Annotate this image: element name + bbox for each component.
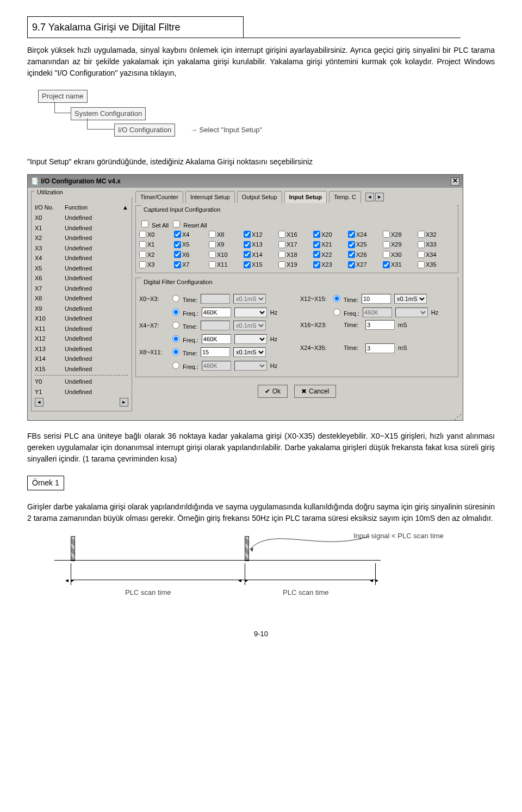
list-item[interactable]: Y0Undefined xyxy=(33,377,130,387)
cb-x5[interactable]: X5 xyxy=(174,240,208,249)
list-item[interactable]: X2Undefined xyxy=(33,233,130,243)
radio-time-x12x15[interactable]: Time: xyxy=(331,293,358,305)
cb-x33[interactable]: X33 xyxy=(418,240,451,249)
radio-time-x8x11[interactable]: Time: xyxy=(170,347,197,358)
list-item[interactable]: X1Undefined xyxy=(33,223,130,233)
cb-x6[interactable]: X6 xyxy=(174,250,208,260)
list-item[interactable]: X14Undefined xyxy=(33,354,130,364)
time-input-x16x23[interactable] xyxy=(365,320,395,330)
cb-x25[interactable]: X25 xyxy=(348,240,382,249)
cb-x16[interactable]: X16 xyxy=(278,230,312,239)
radio-freq-x12x15[interactable]: Freq.: xyxy=(331,307,359,318)
cb-x24[interactable]: X24 xyxy=(348,230,382,239)
list-item[interactable]: X7Undefined xyxy=(33,284,130,294)
cb-x35[interactable]: X35 xyxy=(418,260,451,269)
cb-x17[interactable]: X17 xyxy=(278,240,312,249)
freq-unit-x12x15[interactable] xyxy=(395,307,428,317)
tab-timer-counter[interactable]: Timer/Counter xyxy=(135,191,183,203)
list-item[interactable]: X4Undefined xyxy=(33,253,130,263)
cb-x3[interactable]: X3 xyxy=(139,260,173,269)
cb-x11[interactable]: X11 xyxy=(209,260,243,269)
cb-x32[interactable]: X32 xyxy=(418,230,451,239)
tree-io-config[interactable]: I/O Configuration xyxy=(114,124,175,137)
scroll-up-icon[interactable]: ▲ xyxy=(122,203,128,212)
time-input-x8x11[interactable] xyxy=(201,347,230,357)
radio-freq-x0x3[interactable]: Freq.: xyxy=(170,307,198,318)
time-unit-x0x3[interactable]: x0.1mS xyxy=(233,294,266,304)
tab-output-setup[interactable]: Output Setup xyxy=(237,191,282,203)
cb-x28[interactable]: X28 xyxy=(383,230,417,239)
radio-time-x4x7[interactable]: Time: xyxy=(170,320,197,331)
cb-x2[interactable]: X2 xyxy=(139,250,173,260)
cb-x31[interactable]: X31 xyxy=(383,260,417,269)
cb-x10[interactable]: X10 xyxy=(209,250,243,260)
list-item[interactable]: X5Undefined xyxy=(33,263,130,274)
freq-unit-x4x7[interactable] xyxy=(234,334,267,344)
cb-x15[interactable]: X15 xyxy=(244,260,277,269)
radio-freq-x8x11[interactable]: Freq.: xyxy=(170,360,198,372)
cb-x0[interactable]: X0 xyxy=(139,230,173,239)
list-item[interactable]: X10Undefined xyxy=(33,313,130,324)
cb-x18[interactable]: X18 xyxy=(278,250,312,260)
cb-x19[interactable]: X19 xyxy=(278,260,312,269)
cb-x21[interactable]: X21 xyxy=(313,240,347,249)
cb-x27[interactable]: X27 xyxy=(348,260,382,269)
cb-x12[interactable]: X12 xyxy=(244,230,277,239)
tab-scroll-right-icon[interactable]: ▸ xyxy=(375,193,384,201)
freq-unit-x8x11[interactable] xyxy=(234,361,267,371)
cb-x1[interactable]: X1 xyxy=(139,240,173,249)
tab-temp-c[interactable]: Temp. C xyxy=(329,191,361,203)
freq-input-x0x3[interactable] xyxy=(202,307,231,317)
time-input-x24x35[interactable] xyxy=(365,343,395,353)
tab-scroll-left-icon[interactable]: ◂ xyxy=(365,193,374,201)
list-item[interactable]: X0Undefined xyxy=(33,213,130,223)
tab-input-setup[interactable]: Input Setup xyxy=(284,191,327,203)
list-item[interactable]: Y1Undefined xyxy=(33,387,130,397)
resize-grip-icon[interactable]: ⋰ xyxy=(28,415,463,420)
set-all-checkbox[interactable]: Set All xyxy=(139,219,169,230)
time-input-x12x15[interactable] xyxy=(362,294,391,304)
cb-x23[interactable]: X23 xyxy=(313,260,347,269)
radio-freq-x4x7[interactable]: Freq.: xyxy=(170,334,198,345)
freq-input-x12x15[interactable] xyxy=(363,307,392,317)
scroll-right-icon[interactable]: ▸ xyxy=(120,398,128,407)
freq-input-x4x7[interactable] xyxy=(202,334,231,344)
time-input-x0x3[interactable] xyxy=(201,294,230,304)
list-item[interactable]: X8Undefined xyxy=(33,293,130,304)
time-unit-x12x15[interactable]: x0.1mS xyxy=(394,294,427,304)
cb-x9[interactable]: X9 xyxy=(209,240,243,249)
freq-input-x8x11[interactable] xyxy=(202,361,231,371)
radio-time-x0x3[interactable]: Time: xyxy=(170,293,197,305)
cb-x7[interactable]: X7 xyxy=(174,260,208,269)
freq-unit-x0x3[interactable] xyxy=(234,307,267,317)
cb-x22[interactable]: X22 xyxy=(313,250,347,260)
cb-x26[interactable]: X26 xyxy=(348,250,382,260)
time-unit-x8x11[interactable]: x0.1mS xyxy=(233,347,266,357)
dialog-main: Timer/Counter Interrupt Setup Output Set… xyxy=(135,188,463,415)
list-item[interactable]: X15Undefined xyxy=(33,364,130,374)
scroll-left-icon[interactable]: ◂ xyxy=(35,398,44,407)
list-item[interactable]: X13Undefined xyxy=(33,344,130,354)
cb-x30[interactable]: X30 xyxy=(383,250,417,260)
time-input-x4x7[interactable] xyxy=(201,321,230,330)
cb-x13[interactable]: X13 xyxy=(244,240,277,249)
cb-x29[interactable]: X29 xyxy=(383,240,417,249)
list-item[interactable]: X6Undefined xyxy=(33,273,130,284)
tab-interrupt-setup[interactable]: Interrupt Setup xyxy=(185,191,235,203)
cb-x34[interactable]: X34 xyxy=(418,250,451,260)
ok-button[interactable]: ✔Ok xyxy=(258,385,288,398)
reset-all-checkbox[interactable]: Reset All xyxy=(171,219,207,230)
list-item[interactable]: X3Undefined xyxy=(33,243,130,254)
df-row-x0x3: X0~X3: Time: x0.1mS xyxy=(139,293,294,305)
cb-x4[interactable]: X4 xyxy=(174,230,208,239)
list-item[interactable]: X9Undefined xyxy=(33,304,130,314)
list-item[interactable]: X12Undefined xyxy=(33,334,130,344)
close-icon[interactable]: ✕ xyxy=(451,177,459,186)
df-row-x8x11: X8~X11: Time: x0.1mS xyxy=(139,347,294,358)
cancel-button[interactable]: ✖Cancel xyxy=(294,385,336,398)
list-item[interactable]: X11Undefined xyxy=(33,324,130,334)
cb-x14[interactable]: X14 xyxy=(244,250,277,260)
cb-x20[interactable]: X20 xyxy=(313,230,347,239)
time-unit-x4x7[interactable]: x0.1mS xyxy=(233,321,266,330)
cb-x8[interactable]: X8 xyxy=(209,230,243,239)
